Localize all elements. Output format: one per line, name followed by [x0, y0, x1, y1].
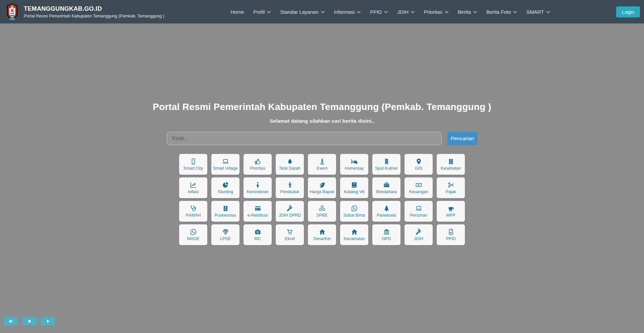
gem-icon — [222, 228, 229, 235]
nav-item-home[interactable]: Home — [230, 9, 244, 15]
tile-inflasi[interactable]: Inflasi — [179, 177, 207, 198]
camera-icon — [254, 228, 261, 235]
tile-desa-kel[interactable]: Desa/Kel — [308, 224, 336, 245]
nav-item-berita-foto[interactable]: Berita Foto — [486, 9, 517, 15]
tile-prioritas[interactable]: Prioritas — [244, 154, 272, 175]
tile-label: Bendahara — [376, 190, 396, 194]
tile-smart-village[interactable]: Smart Village — [211, 154, 239, 175]
tile-label: Kecamatan — [343, 237, 365, 241]
nav-item-smart[interactable]: SMART — [526, 9, 550, 15]
tile-kemiskinan[interactable]: Kemiskinan — [244, 177, 272, 198]
tile-gis[interactable]: GIS — [405, 154, 433, 175]
tile-label: Inflasi — [188, 190, 199, 194]
tile-label: Kesehatan — [441, 166, 461, 171]
tile-perizinan[interactable]: Perizinan — [405, 201, 433, 222]
gavel-icon — [415, 228, 422, 235]
scissors-icon — [447, 181, 454, 188]
tile-katalog-v6[interactable]: Katalog V6 — [340, 177, 368, 198]
tile-pajak[interactable]: Pajak — [437, 177, 465, 198]
tile-bendahara[interactable]: Bendahara — [372, 177, 400, 198]
credit-card-icon — [254, 205, 261, 212]
tile-label: Perizinan — [410, 213, 427, 218]
tile-mc[interactable]: MC — [244, 224, 272, 245]
tile-label: WAGE — [187, 237, 200, 241]
brand[interactable]: TEMANGGUNGKAB.GO.ID Portal Resmi Pemerin… — [5, 3, 164, 21]
brand-text: TEMANGGUNGKAB.GO.ID Portal Resmi Pemerin… — [24, 5, 164, 18]
coffee-cup-icon — [447, 205, 454, 212]
tree-icon — [383, 205, 390, 212]
play-button[interactable] — [41, 317, 55, 325]
nav-item-informasi[interactable]: Informasi — [334, 9, 361, 15]
tile-stunting[interactable]: Stunting — [211, 177, 239, 198]
tile-e-retribusi[interactable]: e-Retribusi — [244, 201, 272, 222]
tile-homestay[interactable]: Homestay — [340, 154, 368, 175]
tile-spot-kuliner[interactable]: Spot Kuliner — [372, 154, 400, 175]
tile-kecamatan[interactable]: Kecamatan — [340, 224, 368, 245]
tile-label: Homestay — [345, 166, 364, 171]
search-input[interactable] — [167, 132, 442, 145]
tile-label: Stunting — [218, 190, 233, 194]
stop-button[interactable] — [22, 317, 37, 325]
stethoscope-icon — [190, 205, 197, 212]
tile-keuangan[interactable]: Keuangan — [405, 177, 433, 198]
nav-item-prioritas[interactable]: Prioritas — [424, 9, 448, 15]
welcome-text: Selamat datang silahkan cari berita disi… — [0, 118, 644, 124]
tile-penduduk[interactable]: Penduduk — [276, 177, 304, 198]
nav-item-jdih[interactable]: JDIH — [397, 9, 414, 15]
tile-pariwisata[interactable]: Pariwisata — [372, 201, 400, 222]
chevron-down-icon — [411, 11, 415, 13]
tile-wage[interactable]: WAGE — [179, 224, 207, 245]
tile-jdih-dprd[interactable]: JDIH DPRD — [276, 201, 304, 222]
tile-mpp[interactable]: MPP — [437, 201, 465, 222]
hero-section: Portal Resmi Pemerintah Kabupaten Temang… — [0, 23, 644, 245]
tile-jdih[interactable]: JDIH — [405, 224, 433, 245]
login-button[interactable]: Login — [616, 6, 640, 17]
nav-item-berita[interactable]: Berita — [458, 9, 477, 15]
droplet-icon — [286, 158, 293, 165]
tile-puskesmas[interactable]: Puskesmas — [211, 201, 239, 222]
tile-label: e-Retribusi — [248, 213, 268, 218]
tile-sobat-bima[interactable]: Sobat Bima — [340, 201, 368, 222]
tile-opd[interactable]: OPD — [372, 224, 400, 245]
nav-item-label: Profil — [253, 9, 265, 15]
nav-item-profil[interactable]: Profil — [253, 9, 271, 15]
volume-button[interactable] — [4, 317, 18, 325]
tile-label: Pariwisata — [377, 213, 396, 218]
hospital-icon — [447, 158, 454, 165]
nav-item-label: Berita — [458, 9, 471, 15]
tile-label: Ekraf — [285, 237, 294, 241]
thumbs-up-icon — [254, 158, 261, 165]
chevron-down-icon — [513, 11, 517, 13]
home-icon — [351, 228, 358, 235]
nav-item-standar-layanan[interactable]: Standar Layanan — [280, 9, 324, 15]
mobile-icon — [190, 158, 197, 165]
tile-harga-bapok[interactable]: Harga Bapok — [308, 177, 336, 198]
play-icon — [45, 319, 51, 324]
tile-ppid[interactable]: PPID — [437, 224, 465, 245]
nav-item-ppid[interactable]: PPID — [370, 9, 388, 15]
nav-item-label: SMART — [526, 9, 544, 15]
chevron-down-icon — [384, 11, 388, 13]
tile-ramah[interactable]: RAMAH — [179, 201, 207, 222]
tile-spbe[interactable]: SPBE — [308, 201, 336, 222]
pie-chart-icon — [222, 181, 229, 188]
tile-ekraf[interactable]: Ekraf — [276, 224, 304, 245]
hospital-icon — [222, 205, 229, 212]
chevron-down-icon — [445, 11, 448, 13]
nav-item-label: JDIH — [397, 9, 408, 15]
tile-lpse[interactable]: LPSE — [211, 224, 239, 245]
tile-label: OPD — [382, 237, 391, 241]
stop-icon — [27, 319, 32, 324]
tile-event[interactable]: Event — [308, 154, 336, 175]
laptop-icon — [415, 205, 422, 212]
tile-stok-darah[interactable]: Stok Darah — [276, 154, 304, 175]
map-marker-icon — [415, 158, 422, 165]
tile-kesehatan[interactable]: Kesehatan — [437, 154, 465, 175]
search-button[interactable]: Pencarian — [447, 132, 478, 145]
tile-smart-city[interactable]: Smart City — [179, 154, 207, 175]
tile-label: Stok Darah — [279, 166, 301, 171]
tile-label: Smart Village — [213, 166, 238, 171]
audio-player-controls — [4, 317, 55, 325]
line-chart-icon — [190, 181, 197, 188]
chevron-down-icon — [321, 11, 325, 13]
